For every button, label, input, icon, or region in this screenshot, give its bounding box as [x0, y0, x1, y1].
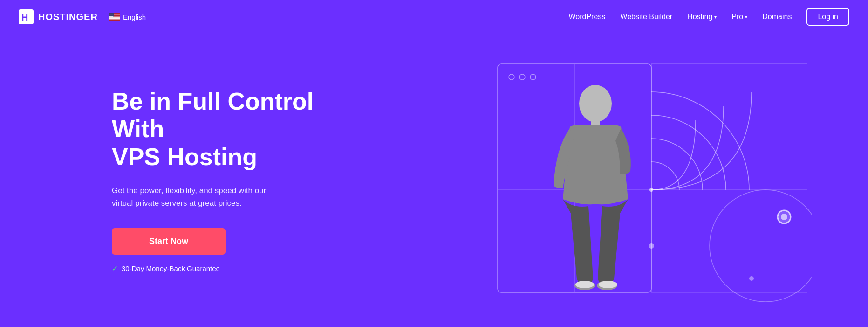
- svg-point-24: [110, 15, 110, 16]
- login-button[interactable]: Log in: [806, 8, 849, 26]
- hero-subtitle: Get the power, flexibility, and speed wi…: [112, 184, 280, 209]
- svg-point-32: [113, 16, 113, 17]
- nav-right: WordPress Website Builder Hosting ▾ Pro …: [569, 8, 850, 26]
- svg-point-27: [113, 15, 113, 16]
- svg-point-42: [710, 190, 812, 302]
- svg-rect-7: [109, 18, 120, 19]
- guarantee-badge: ✓ 30-Day Money-Back Guarantee: [112, 264, 326, 273]
- svg-point-19: [109, 15, 110, 15]
- svg-point-35: [519, 74, 525, 80]
- hero-illustration: [495, 50, 812, 320]
- logo[interactable]: H HOSTINGER: [19, 9, 98, 24]
- start-now-button[interactable]: Start Now: [112, 228, 226, 255]
- svg-point-15: [110, 14, 110, 14]
- svg-point-36: [530, 74, 536, 80]
- flag-icon: [109, 13, 120, 21]
- svg-point-49: [579, 85, 612, 122]
- hostinger-logo-icon: H: [19, 9, 34, 24]
- svg-point-44: [649, 243, 654, 249]
- svg-point-14: [113, 14, 113, 14]
- svg-text:H: H: [21, 12, 28, 22]
- nav-wordpress[interactable]: WordPress: [569, 13, 606, 21]
- svg-point-47: [649, 188, 653, 192]
- hero-title: Be in Full Control WithVPS Hosting: [112, 88, 326, 171]
- language-selector[interactable]: English: [109, 13, 146, 21]
- language-label: English: [123, 13, 146, 21]
- nav-domains[interactable]: Domains: [762, 13, 792, 21]
- guarantee-text: 30-Day Money-Back Guarantee: [122, 264, 220, 272]
- svg-point-17: [112, 14, 112, 14]
- svg-point-20: [110, 15, 111, 15]
- svg-rect-8: [109, 20, 120, 20]
- nav-pro[interactable]: Pro ▾: [731, 13, 747, 21]
- svg-point-29: [110, 16, 111, 17]
- svg-point-53: [575, 281, 594, 288]
- svg-point-16: [111, 14, 111, 14]
- svg-point-26: [112, 15, 112, 16]
- nav-left: H HOSTINGER: [19, 9, 146, 24]
- svg-point-12: [111, 14, 112, 14]
- hosting-dropdown-icon: ▾: [714, 14, 717, 20]
- svg-point-22: [112, 15, 113, 15]
- svg-point-31: [112, 16, 113, 17]
- svg-point-54: [599, 281, 617, 288]
- svg-point-13: [112, 14, 113, 14]
- svg-point-18: [113, 14, 113, 14]
- logo-text: HOSTINGER: [38, 12, 98, 22]
- svg-point-46: [781, 214, 787, 220]
- svg-point-23: [113, 15, 113, 15]
- svg-rect-6: [109, 17, 120, 18]
- pro-dropdown-icon: ▾: [745, 14, 747, 20]
- check-icon: ✓: [112, 264, 118, 273]
- svg-point-28: [109, 16, 110, 17]
- svg-point-21: [111, 15, 112, 15]
- navbar: H HOSTINGER: [0, 0, 868, 34]
- hero-visual: [495, 50, 812, 311]
- svg-point-11: [110, 14, 111, 14]
- nav-hosting[interactable]: Hosting ▾: [687, 13, 717, 21]
- hero-content: Be in Full Control WithVPS Hosting Get t…: [0, 88, 326, 273]
- svg-point-34: [509, 74, 514, 80]
- hero-section: Be in Full Control WithVPS Hosting Get t…: [0, 34, 868, 327]
- svg-point-30: [111, 16, 112, 17]
- svg-point-10: [109, 14, 110, 14]
- svg-point-25: [111, 15, 111, 16]
- svg-point-48: [749, 276, 754, 281]
- nav-website-builder[interactable]: Website Builder: [620, 13, 672, 21]
